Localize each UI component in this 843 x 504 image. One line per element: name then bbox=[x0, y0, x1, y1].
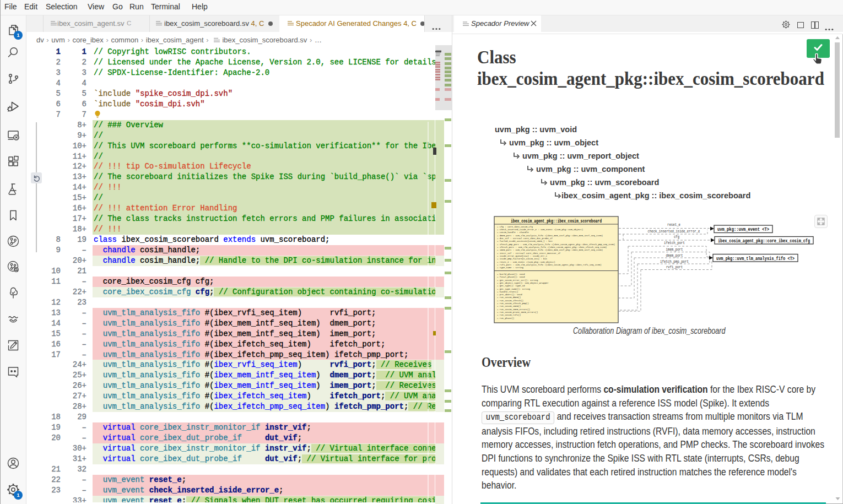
svg-text:+ check_inserted_iside_error_e: + check_inserted_iside_error_e : uvm_eve… bbox=[497, 229, 583, 231]
svg-text:+ run_cosim_rvfi(): + run_cosim_rvfi() bbox=[497, 314, 521, 316]
svg-text:+ imem_port : uvm_tlm_analysis: + imem_port : uvm_tlm_analysis_fifo #(ib… bbox=[497, 249, 603, 251]
svg-text:+ rvfi_port : uvm_tlm_analysis: + rvfi_port : uvm_tlm_analysis_fifo #(ib… bbox=[497, 264, 602, 266]
svg-text:+ run_cosim_imem_errors(): + run_cosim_imem_errors() bbox=[497, 308, 530, 311]
svg-text:+ build_phase(): void: + build_phase(): void bbox=[497, 273, 525, 275]
svg-text:+ get_type(): type_id: + get_type(): type_id bbox=[497, 285, 525, 287]
svg-text:cfg: cfg bbox=[674, 235, 679, 239]
svg-text:rvfi_port: rvfi_port bbox=[666, 265, 683, 269]
svg-text:reset_e: reset_e bbox=[667, 223, 680, 227]
svg-text:+ ifetch_pmp_port : uvm_tlm_an: + ifetch_pmp_port : uvm_tlm_analysis_fif… bbox=[497, 243, 615, 246]
svg-text:ifetch_pmp_port: ifetch_pmp_port bbox=[660, 259, 689, 264]
svg-text:uvm_pkg::uvm_tlm_analysis_fifo: uvm_pkg::uvm_tlm_analysis_fifo <T> bbox=[716, 256, 795, 262]
svg-text:+ iside_error_queue[isa] : isi: + iside_error_queue[isa] : iside_err_t bbox=[497, 255, 547, 257]
svg-text:ibex_cosim_agent_pkg::ibex_cos: ibex_cosim_agent_pkg::ibex_cosim_scorebo… bbox=[511, 219, 602, 224]
svg-text:+ get_cosim_error_str(): strin: + get_cosim_error_str(): string bbox=[497, 279, 538, 281]
svg-text:uvm_pkg::uvm_event <T>: uvm_pkg::uvm_event <T> bbox=[717, 226, 769, 232]
svg-text:dmem_port: dmem_port bbox=[666, 253, 683, 258]
svg-text:+ cosim_handle : chandle: + cosim_handle : chandle bbox=[497, 231, 529, 234]
svg-text:+ handle_reset(): + handle_reset() bbox=[497, 291, 518, 293]
svg-text:+ cfg : core_ibex_cosim_cfg: + cfg : core_ibex_cosim_cfg bbox=[497, 226, 533, 228]
svg-text:+ run_phase(): + run_phase() bbox=[497, 317, 514, 319]
svg-text:+ get_object_type(): uvm_objec: + get_object_type(): uvm_object_wrapper bbox=[497, 282, 549, 284]
svg-text:ibex_cosim_agent_pkg::core_ibe: ibex_cosim_agent_pkg::core_ibex_cosim_cf… bbox=[718, 238, 810, 244]
svg-text:+ ifetch_port : uvm_tlm_analys: + ifetch_port : uvm_tlm_analysis_fifo #(… bbox=[497, 246, 607, 248]
svg-text:+ reset_e : uvm_event #(uvm_pk: + reset_e : uvm_event #(uvm_pkg::uvm_obj… bbox=[497, 261, 555, 263]
svg-text:+ failed_iside_accesses[cosim_: + failed_iside_accesses[cosim_imem_] : b… bbox=[497, 240, 553, 242]
svg-text:+ run_cosim_ifetch(): + run_cosim_ifetch() bbox=[497, 300, 523, 302]
svg-text:+ pre_abort(): void: + pre_abort(): void bbox=[497, 294, 522, 296]
svg-text:ifetch_port: ifetch_port bbox=[664, 241, 685, 245]
svg-text:imem_port: imem_port bbox=[666, 247, 683, 252]
svg-text:+ instr_vif : virtual core_ibe: + instr_vif : virtual core_ibex_instr_mo… bbox=[497, 252, 561, 254]
svg-text:+ run_cosim_imem(): + run_cosim_imem() bbox=[497, 305, 521, 307]
svg-text:+ dmem_port : uvm_tlm_analysis: + dmem_port : uvm_tlm_analysis_fifo #(ib… bbox=[497, 235, 603, 237]
svg-text:+ dut_vif : virtual core_ibex_: + dut_vif : virtual core_ibex_dut_probe_… bbox=[497, 237, 553, 240]
svg-text:+ final_phase(): void: + final_phase(): void bbox=[497, 276, 525, 278]
svg-text:+ type_name : string: + type_name : string bbox=[497, 267, 524, 269]
svg-text:+ run_cosim_dmem(): + run_cosim_dmem() bbox=[497, 296, 521, 299]
svg-text:+ iside_pmp_failure[n_cosim_in: + iside_pmp_failure[n_cosim_ins] : bit bbox=[497, 258, 547, 260]
svg-text:check_inserted_iside_error_e: check_inserted_iside_error_e bbox=[648, 229, 700, 234]
svg-text:+ get_type_name(): string: + get_type_name(): string bbox=[497, 288, 531, 290]
svg-text:+ run_cosim_ifetch_pmp(): + run_cosim_ifetch_pmp() bbox=[497, 302, 529, 305]
svg-text:+ run_cosim_prune_imem_errors(: + run_cosim_prune_imem_errors() bbox=[497, 311, 538, 313]
